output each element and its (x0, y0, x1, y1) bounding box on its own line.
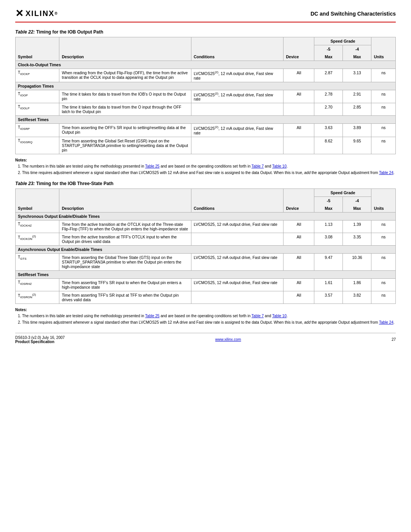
table22-col-device: Device (284, 37, 314, 61)
t-ioop-max5: 2.78 (314, 90, 343, 103)
t-iockp-description: When reading from the Output Flip-Flop (… (59, 69, 191, 82)
table-row: TIOSRHZ Time from asserting TFF's SR inp… (16, 278, 396, 291)
t-iogsrq-conditions (191, 137, 284, 154)
table22-col-description: Description (59, 37, 191, 61)
table23-note2-link-table24[interactable]: Table 24 (379, 320, 393, 324)
t-iockp-device: All (284, 69, 314, 82)
table22-header-row1: Symbol Description Conditions Device Spe… (16, 37, 396, 45)
table23-col-max1: Max (314, 204, 343, 212)
t-ioolp-max4: 2.85 (343, 103, 371, 116)
t-ioolp-description: The time it takes for data to travel fro… (59, 103, 191, 116)
table23-col-units: Units (371, 189, 396, 212)
table23-title-text: Timing for the IOB Three-State Path (36, 181, 113, 186)
t-ioop-symbol: TIOOP (16, 90, 59, 103)
table22-col-symbol: Symbol (16, 37, 59, 61)
t-ioop-device: All (284, 90, 314, 103)
footer-page-number: 27 (392, 337, 396, 342)
table23-section-sync-label: Synchronous Output Enable/Disable Times (16, 212, 396, 220)
table22-section-setreset-label: Set/Reset Times (16, 116, 396, 124)
list-item: The numbers in this table are tested usi… (22, 313, 396, 319)
t-iosrhz-units: ns (371, 278, 396, 291)
table-row: TIOOLP The time it takes for data to tra… (16, 103, 396, 116)
table23-section-setreset-label: Set/Reset Times (16, 270, 396, 278)
table-row: TIOCKP When reading from the Output Flip… (16, 69, 396, 82)
table23-speed-grade: Speed Grade (314, 189, 371, 197)
table22-col-max2: Max (343, 53, 371, 61)
t-ioolp-max5: 2.70 (314, 103, 343, 116)
t-iosrp-device: All (284, 124, 314, 137)
xilinx-wordmark: XILINX (25, 9, 54, 18)
t-iockon-max4: 3.35 (343, 233, 371, 245)
page: ✕ XILINX ® DC and Switching Characterist… (0, 0, 411, 351)
table22-col-minus5: -5 (314, 45, 343, 53)
t-iockon-units: ns (371, 233, 396, 245)
table23-col-conditions: Conditions (191, 189, 284, 212)
t-iockon-device: All (284, 233, 314, 245)
t-iosrhz-max5: 1.61 (314, 278, 343, 291)
table23-section-async: Asynchronous Output Enable/Disable Times (16, 245, 396, 253)
footer-website[interactable]: www.xilinx.com (215, 337, 241, 342)
t-iockon-symbol: TIOCKON(2) (16, 233, 59, 245)
t-iosron-conditions (191, 291, 284, 304)
table22-title-text: Timing for the IOB Output Path (36, 29, 103, 35)
table22-note2-link-table24[interactable]: Table 24 (379, 171, 393, 175)
t-iogsrq-device (284, 137, 314, 154)
t-iosron-description: Time from asserting TFF's SR input at TF… (59, 291, 191, 304)
t-iosron-units: ns (371, 291, 396, 304)
t-iogsrq-units: ns (371, 137, 396, 154)
table23-note1-link-table7[interactable]: Table 7 (252, 314, 264, 318)
table23-col-minus4: -4 (343, 197, 371, 204)
table22-section-setreset: Set/Reset Times (16, 116, 396, 124)
table23: Symbol Description Conditions Device Spe… (15, 189, 396, 304)
t-iockhz-description: Time from the active transition at the O… (59, 220, 191, 233)
t-iogsrq-symbol: TIOGSRQ (16, 137, 59, 154)
footer-product-spec: Product Specification (15, 340, 65, 344)
t-iockhz-symbol: TIOCKHZ (16, 220, 59, 233)
t-ioop-conditions: LVCMOS25(2), 12 mA output drive, Fast sl… (191, 90, 284, 103)
t-iosron-max4: 3.82 (343, 291, 371, 304)
table-row: TIOSRP Time from asserting the OFF's SR … (16, 124, 396, 137)
t-iosron-symbol: TIOSRON(2) (16, 291, 59, 304)
list-item: The numbers in this table are tested usi… (22, 164, 396, 169)
table22-col-conditions: Conditions (191, 37, 284, 61)
table-row: TIOGSRQ Time from asserting the Global S… (16, 137, 396, 154)
t-iosrp-symbol: TIOSRP (16, 124, 59, 137)
t-iogsrq-description: Time from asserting the Global Set Reset… (59, 137, 191, 154)
t-iockhz-max5: 1.13 (314, 220, 343, 233)
t-iockon-max5: 3.08 (314, 233, 343, 245)
page-footer: DS610-3 (v2.0) July 16, 2007 Product Spe… (15, 333, 396, 344)
table23-notes-title: Notes: (15, 308, 396, 312)
table22-title-prefix: Table 22: (15, 29, 36, 35)
t-iosrp-max5: 3.63 (314, 124, 343, 137)
table23-notes-list: The numbers in this table are tested usi… (22, 313, 396, 325)
table22-col-minus4: -4 (343, 45, 371, 53)
t-iockhz-units: ns (371, 220, 396, 233)
table23-title-prefix: Table 23: (15, 181, 36, 186)
table22-note1-link-table7[interactable]: Table 7 (252, 164, 264, 168)
xilinx-logo: ✕ XILINX ® (15, 8, 58, 19)
table22-note1-link-table10[interactable]: Table 10 (272, 164, 287, 168)
xilinx-x-icon: ✕ (15, 8, 24, 19)
t-iockhz-conditions: LVCMOS25, 12 mA output drive, Fast slew … (191, 220, 284, 233)
t-iosron-device: All (284, 291, 314, 304)
table22-col-max1: Max (314, 53, 343, 61)
table22-notes: Notes: The numbers in this table are tes… (15, 158, 396, 176)
t-gts-symbol: TGTS (16, 253, 59, 270)
table23-header-row1: Symbol Description Conditions Device Spe… (16, 189, 396, 197)
table23-col-description: Description (59, 189, 191, 212)
t-ioop-max4: 2.91 (343, 90, 371, 103)
t-iosrp-description: Time from asserting the OFF's SR input t… (59, 124, 191, 137)
page-header: ✕ XILINX ® DC and Switching Characterist… (15, 8, 396, 22)
t-iockhz-device: All (284, 220, 314, 233)
t-ioolp-conditions (191, 103, 284, 116)
table23-note1-link-table10[interactable]: Table 10 (272, 314, 287, 318)
table22-notes-list: The numbers in this table are tested usi… (22, 164, 396, 176)
table23-note1-link-table25[interactable]: Table 25 (145, 314, 159, 318)
t-iosrp-max4: 3.89 (343, 124, 371, 137)
t-iockon-conditions (191, 233, 284, 245)
t-iosrhz-symbol: TIOSRHZ (16, 278, 59, 291)
t-gts-units: ns (371, 253, 396, 270)
table22-note1-link-table25[interactable]: Table 25 (145, 164, 159, 168)
list-item: This time requires adjustment whenever a… (22, 320, 396, 325)
t-iosrp-units: ns (371, 124, 396, 137)
